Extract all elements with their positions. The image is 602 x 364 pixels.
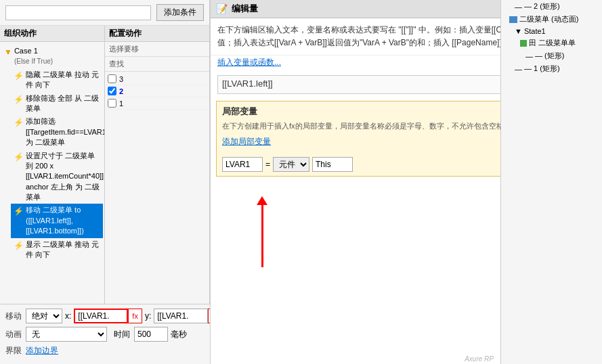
lightning-icon-2: ⚡ [14,94,24,106]
lightning-icon-1: ⚡ [14,70,24,82]
dash-icon-3: — [515,65,522,73]
add-local-var-link[interactable]: 添加局部变量 [222,136,271,147]
config-item-2[interactable]: 2 [106,85,208,97]
tree-item-4-label: 设置尺寸于 二级菜单 到 200 x [[LVAR1.itemCount*40]… [26,151,104,203]
folder-icon-3: ▼ [515,27,522,35]
red-arrow-line [261,200,263,267]
y-label: y: [145,311,151,321]
y-coord-input[interactable] [154,309,208,323]
lightning-icon-6: ⚡ [14,240,24,252]
x-coord-input[interactable] [74,309,128,323]
tree-item-1-label: 隐藏 二级菜单 拉动 元件 向下 [26,70,102,91]
right-tree-item-3[interactable]: ▼ State1 [512,26,602,37]
right-tree-label-2: 二级菜单 (动态面) [519,14,578,24]
blue-rect-icon-1 [509,16,517,23]
tree-item-2[interactable]: ⚡ 移除筛选 全部 从 二级菜单 [11,92,103,116]
x-label: x: [65,311,71,321]
config-item-2-num: 2 [119,87,123,95]
config-label: 配置动作 [105,26,209,42]
config-checkbox-3[interactable] [108,99,116,108]
right-tree-item-5[interactable]: — — (矩形) [523,49,602,62]
red-arrow-head [257,196,267,205]
watermark: Axure RP [465,355,494,363]
var-type-select[interactable]: 元件 [273,157,309,172]
var-value-input[interactable] [312,157,353,172]
tree-item-6[interactable]: ⚡ 显示 二级菜单 推动 元件 向下 [11,238,103,262]
right-tree-panel: — — 2 (矩形) 二级菜单 (动态面) ▼ State1 田 二级菜单单 —… [500,0,602,364]
config-item-3[interactable]: 1 [106,97,208,110]
equals-sign: = [265,160,270,169]
time-input[interactable] [134,327,168,342]
right-tree-item-6[interactable]: — — 1 (矩形) [512,62,602,75]
move-label: 移动 [5,311,26,322]
boundary-label: 界限 [5,345,26,357]
insert-var-link[interactable]: 插入变量或函数... [217,58,281,67]
right-panel: 📝 编辑量 在下方编辑区输入文本，变量名称或表达式要写在 "[["]]" 中。例… [210,0,602,364]
config-item-1[interactable]: 3 [106,73,208,85]
right-tree-label-4: 田 二级菜单单 [529,38,576,48]
case1-label: Case 1 (Else If True) [14,46,53,67]
search-label: 查找 [105,57,209,72]
tree-item-5-label: 移动 二级菜单 to ([[LVAR1.left]], [[LVAR1.bott… [26,205,102,236]
tree-item-3[interactable]: ⚡ 添加筛选 [[TargetItem.fid==LVAR1.name]] 为 … [11,115,103,149]
tree-case1[interactable]: ▼ Case 1 (Else If True) [1,45,103,68]
add-border-link[interactable]: 添加边界 [26,345,58,357]
config-sublabel: 选择要移 [105,42,209,57]
search-input[interactable] [5,5,151,20]
add-condition-button[interactable]: 添加条件 [156,4,204,21]
lightning-icon-5: ⚡ [14,206,24,217]
time-label: 时间 [114,329,130,340]
popup-title-icon: 📝 [216,3,228,14]
right-tree-label-3: State1 [524,27,546,35]
animation-label: 动画 [5,329,26,340]
top-bar: 添加条件 [0,0,209,26]
dash-icon-1: — [515,3,522,11]
right-tree-label-5: — (矩形) [535,51,564,61]
dash-icon-2: — [525,52,533,60]
config-checkbox-2[interactable] [108,87,116,95]
bottom-panel: 移动 绝对 x: fx y: fx 动画 无 时间 [0,304,210,364]
right-tree-item-2[interactable]: 二级菜单 (动态面) [507,13,602,26]
organize-label: 组织动作 [0,26,104,42]
right-tree-item-1[interactable]: — — 2 (矩形) [512,0,602,13]
ms-label: 毫秒 [171,329,187,340]
tree-item-6-label: 显示 二级菜单 推动 元件 向下 [26,240,102,260]
tree-item-1[interactable]: ⚡ 隐藏 二级菜单 拉动 元件 向下 [11,68,103,92]
var-name-input[interactable] [222,157,263,172]
right-tree-label-6: — 1 (矩形) [524,64,560,74]
config-checkbox-1[interactable] [108,74,116,83]
config-item-1-num: 3 [119,75,123,83]
lightning-icon-4: ⚡ [14,152,24,163]
tree-item-4[interactable]: ⚡ 设置尺寸于 二级菜单 到 200 x [[LVAR1.itemCount*4… [11,150,103,204]
lightning-icon-3: ⚡ [14,117,24,129]
right-tree-item-4[interactable]: 田 二级菜单单 [517,37,602,49]
x-fx-button[interactable]: fx [128,309,142,323]
tree-item-2-label: 移除筛选 全部 从 二级菜单 [26,93,102,114]
popup-title: 编辑量 [232,3,258,15]
absolute-select[interactable]: 绝对 [26,309,62,323]
config-item-3-num: 1 [119,99,123,108]
animation-select[interactable]: 无 [26,327,107,342]
green-rect-icon-1 [520,40,527,47]
folder-open-icon: ▼ [4,47,12,58]
tree-item-3-label: 添加筛选 [[TargetItem.fid==LVAR1.name]] 为 二级… [26,116,104,147]
right-tree-label-1: — 2 (矩形) [524,1,560,12]
tree-item-5[interactable]: ⚡ 移动 二级菜单 to ([[LVAR1.left]], [[LVAR1.bo… [11,204,103,237]
